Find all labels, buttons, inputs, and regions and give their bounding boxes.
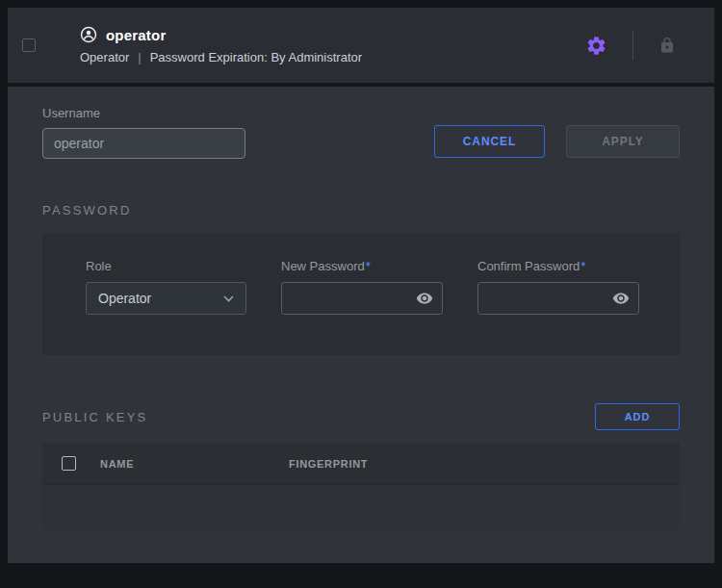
chevron-down-icon	[223, 295, 234, 302]
column-header-fingerprint: FINGERPRINT	[289, 458, 680, 470]
add-public-key-button[interactable]: ADD	[595, 403, 680, 430]
user-subtitle: Operator | Password Expiration: By Admin…	[80, 50, 362, 64]
public-keys-section-title: PUBLIC KEYS	[42, 410, 147, 424]
password-section-title: PASSWORD	[42, 203, 680, 217]
user-role-text: Operator	[80, 50, 129, 64]
header-select-checkbox[interactable]	[22, 38, 36, 52]
confirm-password-label-text: Confirm Password	[477, 259, 580, 273]
apply-button[interactable]: APPLY	[566, 125, 680, 158]
user-detail-panel: Username CANCEL APPLY PASSWORD Role Oper…	[8, 87, 714, 563]
username-label: Username	[42, 106, 245, 120]
password-card: Role Operator New Password* Confirm Pass…	[42, 233, 680, 355]
confirm-password-input-wrap	[477, 282, 639, 315]
column-header-name: NAME	[100, 458, 289, 470]
confirm-password-field-group: Confirm Password*	[477, 259, 639, 315]
role-select[interactable]: Operator	[86, 282, 246, 315]
new-password-input-wrap	[281, 282, 443, 315]
lock-icon[interactable]	[657, 35, 678, 56]
new-password-label: New Password*	[281, 259, 443, 273]
confirm-password-input[interactable]	[478, 283, 611, 314]
header-divider	[632, 31, 633, 60]
required-asterisk: *	[366, 259, 371, 273]
subtitle-separator: |	[138, 50, 141, 64]
password-expiration-text: Password Expiration: By Administrator	[150, 50, 362, 64]
role-field-group: Role Operator	[86, 259, 246, 315]
role-select-value: Operator	[98, 291, 151, 306]
confirm-password-label: Confirm Password*	[477, 259, 639, 273]
new-password-label-text: New Password	[281, 259, 365, 273]
user-avatar-icon	[80, 26, 97, 43]
confirm-password-visibility-icon[interactable]	[611, 289, 631, 308]
settings-gear-icon[interactable]	[583, 33, 609, 59]
role-label: Role	[86, 259, 246, 273]
user-identity: operator Operator | Password Expiration:…	[80, 26, 362, 64]
public-keys-table: NAME FINGERPRINT	[42, 443, 680, 529]
public-keys-empty-row	[42, 485, 680, 529]
public-keys-table-header: NAME FINGERPRINT	[42, 443, 680, 485]
required-asterisk: *	[580, 259, 585, 273]
select-all-checkbox[interactable]	[62, 456, 76, 471]
new-password-input[interactable]	[282, 283, 415, 314]
username-input[interactable]	[42, 128, 245, 159]
new-password-field-group: New Password*	[281, 259, 443, 315]
new-password-visibility-icon[interactable]	[415, 289, 434, 308]
page-title: operator	[106, 27, 166, 43]
cancel-button[interactable]: CANCEL	[434, 125, 545, 158]
user-header: operator Operator | Password Expiration:…	[8, 8, 714, 83]
username-field-group: Username	[42, 106, 245, 159]
